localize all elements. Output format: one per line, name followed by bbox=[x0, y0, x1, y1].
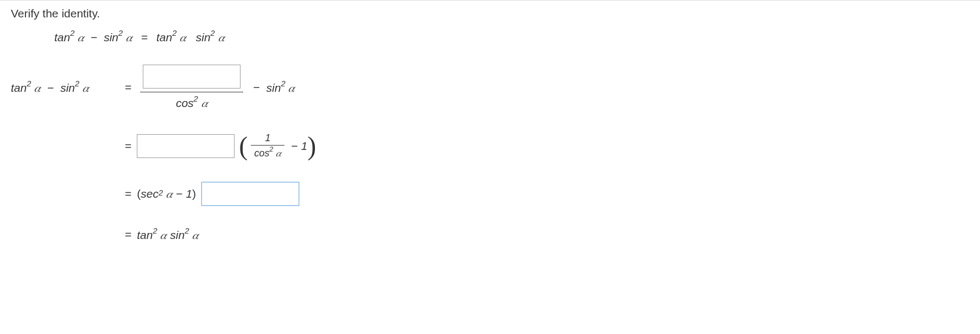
alpha: 𝛼 bbox=[180, 31, 186, 43]
alpha: 𝛼 bbox=[166, 187, 173, 200]
right-paren: ) bbox=[307, 133, 316, 159]
exponent: 2 bbox=[153, 226, 157, 235]
alpha: 𝛼 bbox=[192, 229, 199, 241]
cos-text: cos bbox=[176, 97, 194, 109]
tan-text: tan bbox=[156, 31, 172, 43]
question-container: Verify the identity. tan2 𝛼 − sin2 𝛼 = t… bbox=[0, 0, 980, 270]
step-3: = (sec2 𝛼 − 1) bbox=[11, 182, 969, 206]
equals: = bbox=[125, 228, 131, 241]
equals: = bbox=[125, 187, 131, 200]
sin-text: sin bbox=[196, 31, 211, 43]
exponent: 2 bbox=[211, 29, 215, 37]
exponent: 2 bbox=[281, 79, 285, 88]
sin-text: sin bbox=[267, 81, 281, 94]
fraction: cos2 𝛼 bbox=[140, 65, 243, 110]
sin-text: sin bbox=[60, 81, 75, 94]
equals: = bbox=[125, 81, 131, 94]
alpha: 𝛼 bbox=[34, 81, 41, 94]
exponent: 2 bbox=[75, 79, 79, 88]
step-2: = ( 1 cos2 𝛼 − 1 ) bbox=[11, 131, 969, 160]
tan-text: tan bbox=[54, 31, 70, 43]
exponent: 2 bbox=[185, 226, 189, 235]
sec-text: sec bbox=[141, 187, 159, 200]
alpha: 𝛼 bbox=[201, 97, 208, 109]
alpha: 𝛼 bbox=[288, 81, 295, 94]
minus: − bbox=[47, 81, 54, 94]
exponent: 2 bbox=[118, 29, 123, 37]
minus: − bbox=[176, 187, 182, 200]
tan-text: tan bbox=[11, 81, 27, 94]
left-paren: ( bbox=[239, 133, 248, 159]
step-4: = tan2 𝛼 sin2 𝛼 bbox=[11, 228, 969, 242]
exponent: 2 bbox=[27, 79, 31, 88]
exponent: 2 bbox=[269, 146, 273, 153]
answer-input-3[interactable] bbox=[201, 182, 299, 206]
sin-text: sin bbox=[170, 229, 185, 241]
step-1: tan2 𝛼 − sin2 𝛼 = cos2 𝛼 − bbox=[11, 65, 969, 110]
alpha: 𝛼 bbox=[83, 81, 89, 94]
cos-text: cos bbox=[254, 148, 269, 159]
exponent: 2 bbox=[172, 29, 176, 37]
answer-input-2[interactable] bbox=[137, 134, 235, 158]
one: 1 bbox=[301, 140, 308, 153]
equals: = bbox=[141, 31, 148, 43]
fraction: 1 cos2 𝛼 bbox=[251, 131, 284, 160]
step2-rhs: ( 1 cos2 𝛼 − 1 ) bbox=[137, 131, 316, 160]
alpha: 𝛼 bbox=[78, 31, 84, 43]
numerator-1: 1 bbox=[262, 131, 274, 145]
alpha: 𝛼 bbox=[276, 148, 281, 159]
exponent: 2 bbox=[194, 94, 198, 103]
one: 1 bbox=[186, 187, 192, 200]
step1-rhs: cos2 𝛼 − sin2 𝛼 bbox=[137, 65, 295, 110]
step1-lhs: tan2 𝛼 − sin2 𝛼 bbox=[11, 80, 119, 94]
minus: − bbox=[253, 81, 260, 94]
exponent: 2 bbox=[159, 188, 163, 197]
proof-steps: tan2 𝛼 − sin2 𝛼 = cos2 𝛼 − bbox=[11, 65, 969, 242]
minus: − bbox=[91, 31, 97, 43]
equals: = bbox=[125, 140, 131, 153]
step4-rhs: tan2 𝛼 sin2 𝛼 bbox=[137, 228, 199, 242]
exponent: 2 bbox=[70, 29, 74, 37]
prompt-text: Verify the identity. bbox=[11, 7, 969, 20]
alpha: 𝛼 bbox=[218, 31, 225, 43]
minus: − bbox=[291, 140, 298, 153]
alpha: 𝛼 bbox=[160, 229, 167, 241]
sin-text: sin bbox=[104, 31, 118, 43]
alpha: 𝛼 bbox=[126, 31, 132, 43]
identity-equation: tan2 𝛼 − sin2 𝛼 = tan2 𝛼 sin2 𝛼 bbox=[54, 30, 969, 44]
step3-rhs: (sec2 𝛼 − 1) bbox=[137, 182, 299, 206]
answer-input-1[interactable] bbox=[143, 65, 241, 89]
tan-text: tan bbox=[137, 229, 153, 241]
